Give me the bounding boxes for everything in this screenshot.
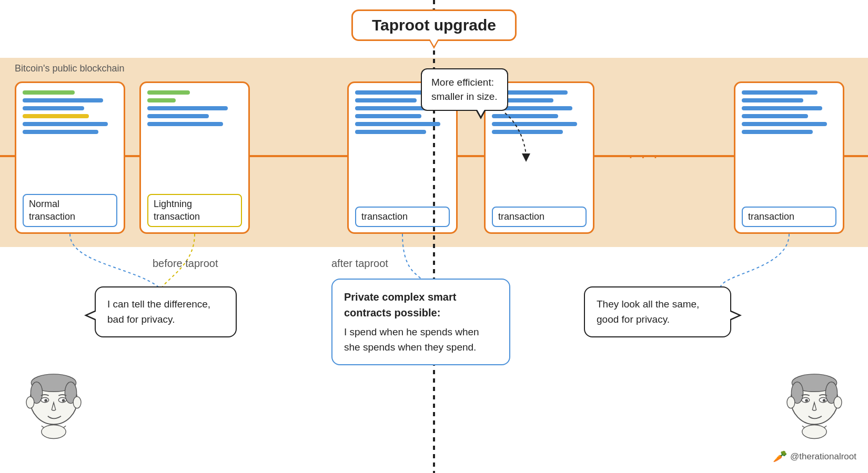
carrot-icon: 🥕 xyxy=(773,450,787,464)
block-line xyxy=(492,130,563,134)
title-bubble: Taproot upgrade xyxy=(351,9,517,41)
efficient-line1: More efficient: xyxy=(431,77,494,88)
after-transaction-tag-2: transaction xyxy=(492,207,587,227)
block-line xyxy=(742,98,803,102)
block-line xyxy=(355,114,421,118)
block-line xyxy=(492,122,577,126)
after-transaction-tag-1: transaction xyxy=(355,207,450,227)
svg-point-21 xyxy=(802,425,826,438)
block-line xyxy=(742,130,813,134)
block-line xyxy=(23,130,98,134)
block-line xyxy=(23,90,75,95)
block-line xyxy=(742,90,817,95)
bubble-right-text: They look all the same, good for privacy… xyxy=(597,299,699,325)
block-line xyxy=(147,98,176,102)
blockchain-label: Bitcoin's public blockchain xyxy=(15,63,125,74)
svg-point-16 xyxy=(834,397,842,408)
face-right-illustration xyxy=(783,373,846,441)
block-line xyxy=(147,122,223,126)
block-line xyxy=(23,114,89,118)
svg-point-20 xyxy=(823,399,826,402)
block-line xyxy=(147,106,228,110)
block-line xyxy=(742,122,827,126)
svg-point-4 xyxy=(26,397,34,408)
block-line xyxy=(742,106,822,110)
title-text: Taproot upgrade xyxy=(372,16,496,34)
svg-point-15 xyxy=(787,397,795,408)
svg-point-5 xyxy=(73,397,81,408)
svg-point-10 xyxy=(42,425,66,438)
normal-transaction-tag: Normaltransaction xyxy=(23,194,117,227)
face-left-illustration xyxy=(22,373,85,441)
efficient-bubble: More efficient: smaller in size. xyxy=(421,68,508,111)
svg-point-8 xyxy=(44,399,47,402)
block-line xyxy=(355,90,431,95)
watermark: 🥕 @therationalroot xyxy=(773,450,856,464)
bubble-center-body: I spend when he spends when she spends w… xyxy=(344,326,479,353)
block-line xyxy=(23,122,108,126)
before-taproot-label: before taproot xyxy=(153,258,218,270)
bubble-left-text: I can tell the difference, bad for priva… xyxy=(107,299,210,325)
watermark-text: @therationalroot xyxy=(790,451,856,462)
block-after-3: transaction xyxy=(734,81,844,234)
block-line xyxy=(147,114,209,118)
block-line xyxy=(23,98,103,102)
bubble-center: Private complex smart contracts possible… xyxy=(331,279,510,365)
block-line xyxy=(23,106,84,110)
block-line xyxy=(492,114,558,118)
block-before-normal: Normaltransaction xyxy=(15,81,125,234)
svg-point-9 xyxy=(62,399,65,402)
bubble-left: I can tell the difference, bad for priva… xyxy=(95,286,237,337)
block-line xyxy=(355,122,440,126)
block-line xyxy=(355,130,426,134)
block-before-lightning: Lightningtransaction xyxy=(139,81,250,234)
lightning-transaction-tag: Lightningtransaction xyxy=(147,194,242,227)
after-transaction-tag-3: transaction xyxy=(742,207,836,227)
block-line xyxy=(147,90,190,95)
bubble-right: They look all the same, good for privacy… xyxy=(584,286,731,337)
efficient-line2: smaller in size. xyxy=(431,91,498,102)
block-line xyxy=(742,114,808,118)
block-ellipsis: · · · xyxy=(629,148,660,165)
after-taproot-label: after taproot xyxy=(331,258,388,270)
bubble-center-bold: Private complex smart contracts possible… xyxy=(344,289,498,321)
block-line xyxy=(355,98,417,102)
svg-point-19 xyxy=(805,399,808,402)
